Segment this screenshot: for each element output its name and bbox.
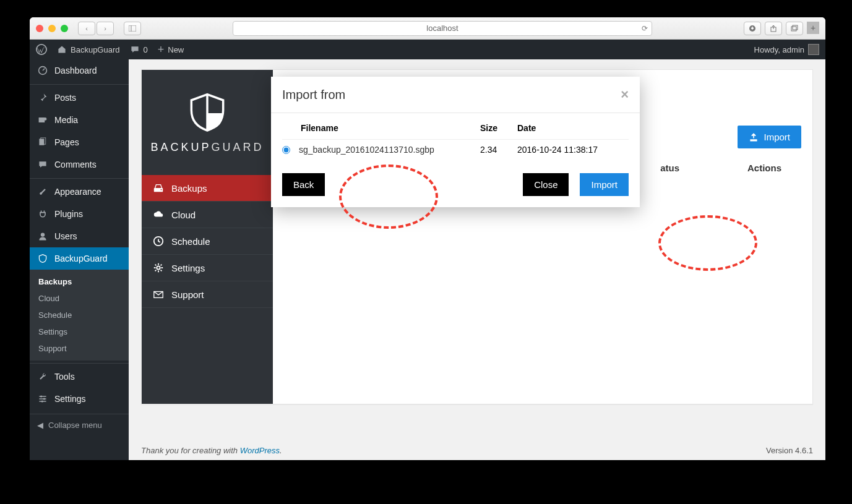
- row-filename: sg_backup_20161024113710.sgbp: [299, 145, 480, 155]
- modal-col-date: Date: [517, 123, 629, 133]
- browser-toolbar: ‹ › localhost ⟳ +: [30, 17, 825, 40]
- bg-menu-backups[interactable]: Backups: [142, 175, 273, 202]
- back-nav-button[interactable]: ‹: [78, 22, 95, 35]
- submenu-cloud[interactable]: Cloud: [30, 290, 129, 307]
- sliders-icon: [37, 393, 48, 404]
- menu-users[interactable]: Users: [30, 225, 129, 247]
- comments-link[interactable]: 0: [130, 45, 148, 54]
- svg-point-17: [161, 189, 162, 190]
- nav-buttons: ‹ ›: [78, 22, 114, 35]
- submenu-settings[interactable]: Settings: [30, 323, 129, 340]
- modal-actions: Back Close Import: [271, 169, 640, 207]
- bg-settings-label: Settings: [171, 263, 205, 273]
- submenu-backups[interactable]: Backups: [30, 273, 129, 290]
- submenu-schedule[interactable]: Schedule: [30, 307, 129, 323]
- menu-backupguard-label: BackupGuard: [54, 254, 108, 263]
- new-label: New: [168, 45, 184, 54]
- row-size: 2.34: [480, 145, 517, 155]
- sidebar-toggle-button[interactable]: [124, 22, 141, 35]
- modal-close-icon[interactable]: ×: [621, 87, 629, 103]
- url-text: localhost: [426, 23, 458, 33]
- download-icon[interactable]: [744, 22, 761, 35]
- minimize-window-button[interactable]: [48, 25, 56, 32]
- menu-settings-label: Settings: [54, 394, 86, 404]
- bg-support-label: Support: [171, 289, 204, 300]
- menu-pages-label: Pages: [54, 137, 79, 147]
- new-content-link[interactable]: + New: [158, 43, 184, 56]
- modal-title: Import from: [282, 88, 345, 102]
- wrench-icon: [37, 371, 48, 382]
- url-bar[interactable]: localhost ⟳: [233, 21, 652, 36]
- menu-appearance-label: Appearance: [54, 187, 101, 197]
- new-tab-button[interactable]: +: [807, 22, 819, 34]
- plugin-logo: BACKUPGUARD: [142, 70, 273, 175]
- howdy-label: Howdy, admin: [754, 45, 804, 54]
- wordpress-link[interactable]: WordPress: [240, 446, 280, 455]
- svg-rect-4: [791, 27, 796, 31]
- menu-dashboard[interactable]: Dashboard: [30, 59, 129, 82]
- cloud-icon: [153, 209, 164, 220]
- submenu-backupguard: Backups Cloud Schedule Settings Support: [30, 270, 129, 361]
- logo-text-a: BACKUP: [150, 141, 211, 153]
- maximize-window-button[interactable]: [61, 25, 68, 32]
- bg-backups-label: Backups: [171, 183, 207, 194]
- modal-file-row[interactable]: sg_backup_20161024113710.sgbp 2.34 2016-…: [282, 139, 629, 160]
- plugin-sidebar: BACKUPGUARD Backups Cloud Schedule: [142, 70, 273, 404]
- menu-media-label: Media: [54, 115, 78, 125]
- wp-admin-bar: BackupGuard 0 + New Howdy, admin: [30, 40, 825, 59]
- wp-logo-icon[interactable]: [36, 44, 47, 55]
- pages-icon: [37, 137, 48, 148]
- import-button-label: Import: [764, 132, 790, 142]
- bg-menu-settings[interactable]: Settings: [142, 255, 273, 281]
- menu-plugins-label: Plugins: [54, 209, 83, 219]
- menu-media[interactable]: Media: [30, 109, 129, 131]
- close-button[interactable]: Close: [523, 173, 569, 196]
- browser-window: ‹ › localhost ⟳ +: [30, 17, 825, 460]
- modal-body: Filename Size Date sg_backup_20161024113…: [271, 113, 640, 169]
- menu-plugins[interactable]: Plugins: [30, 203, 129, 225]
- shield-icon: [37, 253, 48, 264]
- svg-rect-5: [793, 25, 798, 30]
- menu-pages[interactable]: Pages: [30, 131, 129, 153]
- menu-backupguard[interactable]: BackupGuard: [30, 247, 129, 270]
- back-button[interactable]: Back: [282, 173, 325, 196]
- modal-import-button[interactable]: Import: [580, 173, 629, 196]
- menu-posts[interactable]: Posts: [30, 84, 129, 109]
- close-window-button[interactable]: [36, 25, 43, 32]
- collapse-label: Collapse menu: [48, 421, 102, 430]
- menu-dashboard-label: Dashboard: [54, 66, 97, 75]
- modal-header: Import from ×: [271, 77, 640, 113]
- reload-icon[interactable]: ⟳: [642, 24, 648, 33]
- collapse-menu[interactable]: ◀ Collapse menu: [30, 414, 129, 436]
- menu-appearance[interactable]: Appearance: [30, 178, 129, 203]
- hdd-icon: [153, 182, 164, 194]
- share-icon[interactable]: [765, 22, 782, 35]
- bg-menu-support[interactable]: Support: [142, 281, 273, 308]
- file-radio[interactable]: [282, 146, 290, 154]
- modal-col-filename: Filename: [301, 123, 480, 133]
- bg-menu-schedule[interactable]: Schedule: [142, 228, 273, 255]
- modal-table-head: Filename Size Date: [282, 117, 629, 139]
- submenu-support[interactable]: Support: [30, 340, 129, 357]
- brush-icon: [37, 186, 48, 197]
- browser-right-controls: +: [744, 22, 819, 35]
- footer-thanks: Thank you for creating with WordPress.: [141, 446, 282, 455]
- account-link[interactable]: Howdy, admin: [754, 44, 819, 55]
- svg-rect-0: [129, 25, 136, 32]
- forward-nav-button[interactable]: ›: [97, 22, 114, 35]
- svg-point-13: [40, 395, 42, 397]
- svg-point-12: [41, 233, 45, 236]
- svg-point-19: [157, 266, 160, 269]
- menu-tools[interactable]: Tools: [30, 363, 129, 388]
- import-button[interactable]: Import: [738, 126, 801, 148]
- collapse-icon: ◀: [37, 421, 43, 430]
- menu-settings[interactable]: Settings: [30, 388, 129, 410]
- bg-menu-cloud[interactable]: Cloud: [142, 202, 273, 228]
- menu-comments[interactable]: Comments: [30, 153, 129, 176]
- footer-version: Version 4.6.1: [766, 446, 813, 455]
- window-controls: [36, 25, 68, 32]
- tabs-icon[interactable]: [786, 22, 803, 35]
- site-name-link[interactable]: BackupGuard: [57, 45, 120, 54]
- menu-comments-label: Comments: [54, 160, 97, 169]
- avatar-icon: [808, 44, 819, 55]
